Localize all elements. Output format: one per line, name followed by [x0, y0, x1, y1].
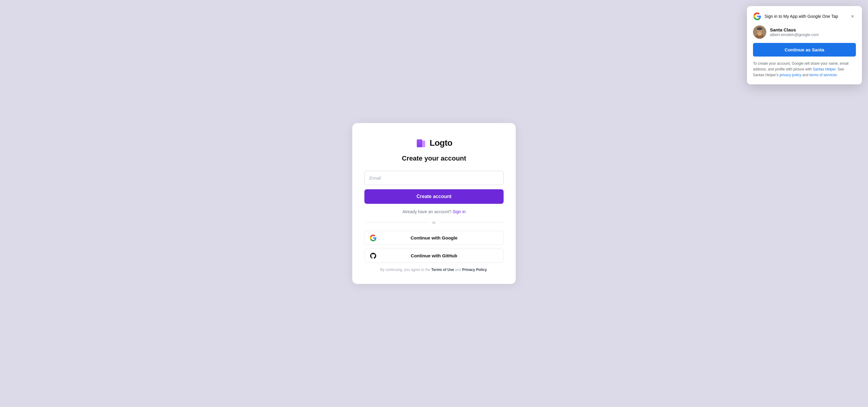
google-one-tap-popup: Sign in to My App with Google One Tap × [747, 6, 862, 84]
user-info: Santa Claus albert.einstein@google.com [770, 27, 819, 37]
google-one-tap-icon [753, 12, 762, 21]
divider-line-left [364, 222, 429, 223]
privacy-policy-link[interactable]: Privacy Policy [462, 268, 487, 272]
privacy-policy-one-tap-link[interactable]: privacy policy [780, 73, 801, 77]
main-card: Logto Create your account Create account… [352, 123, 516, 284]
one-tap-close-button[interactable]: × [849, 13, 856, 20]
logo-area: Logto [364, 138, 504, 148]
one-tap-header: Sign in to My App with Google One Tap × [753, 12, 856, 21]
google-btn-label: Continue with Google [370, 235, 498, 240]
github-icon [370, 252, 377, 260]
user-email: albert.einstein@google.com [770, 32, 819, 37]
email-input[interactable] [364, 171, 504, 185]
google-signin-button[interactable]: Continue with Google [364, 231, 504, 245]
signin-link[interactable]: Sign in [453, 209, 465, 214]
google-icon [370, 234, 377, 242]
github-signin-button[interactable]: Continue with GitHub [364, 248, 504, 263]
svg-rect-8 [757, 28, 763, 29]
divider: or [364, 220, 504, 225]
signin-prompt: Already have an account? Sign in [364, 209, 504, 214]
logo-text: Logto [430, 138, 452, 148]
footer-text: By continuing, you agree to the Terms of… [364, 268, 504, 272]
svg-rect-2 [417, 139, 422, 147]
page-background: Logto Create your account Create account… [0, 0, 868, 407]
user-row: Santa Claus albert.einstein@google.com [753, 25, 856, 39]
user-name: Santa Claus [770, 27, 819, 32]
github-btn-label: Continue with GitHub [370, 253, 498, 258]
logto-logo-icon [415, 138, 427, 148]
one-tap-footer: To create your account, Google will shar… [753, 61, 856, 78]
user-avatar [753, 25, 766, 39]
page-title: Create your account [364, 155, 504, 162]
one-tap-title-area: Sign in to My App with Google One Tap [753, 12, 838, 21]
terms-of-use-link[interactable]: Terms of Use [431, 268, 454, 272]
continue-as-button[interactable]: Continue as Santa [753, 43, 856, 57]
one-tap-title: Sign in to My App with Google One Tap [765, 13, 838, 19]
avatar-image [753, 25, 766, 39]
create-account-button[interactable]: Create account [364, 189, 504, 204]
santas-helper-link[interactable]: Santas Helper [813, 67, 835, 71]
svg-point-6 [757, 32, 762, 36]
divider-text: or [432, 220, 436, 225]
divider-line-right [439, 222, 504, 223]
terms-one-tap-link[interactable]: terms of services [809, 73, 837, 77]
